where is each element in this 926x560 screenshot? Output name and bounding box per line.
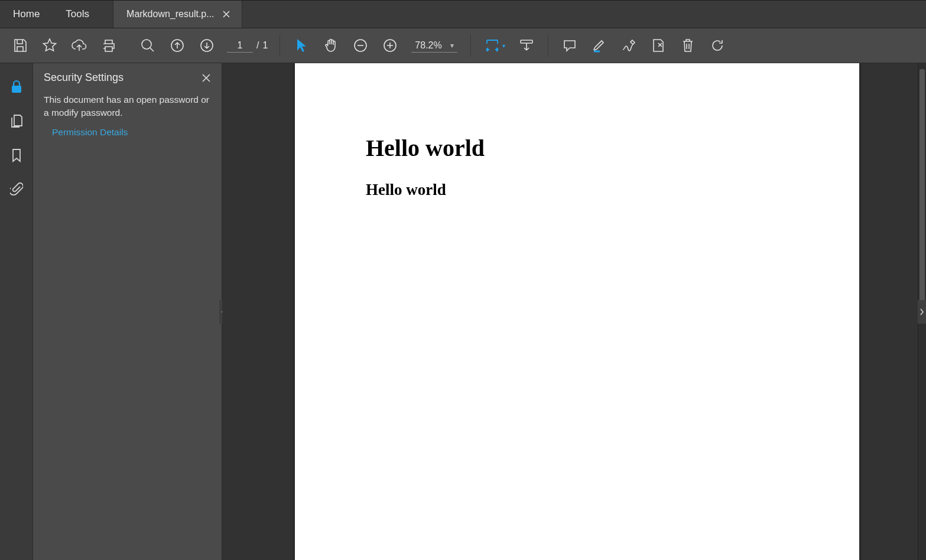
document-tab[interactable]: Markdown_result.p... [113, 1, 242, 28]
tab-home[interactable]: Home [0, 1, 53, 28]
page-up-button[interactable] [164, 32, 190, 58]
chevron-down-icon: ▾ [450, 41, 454, 50]
page-tool-icon [650, 38, 667, 53]
save-icon [12, 38, 28, 53]
selection-tool-button[interactable] [288, 32, 314, 58]
page-scroll-area[interactable]: Hello world Hello world [222, 63, 918, 560]
scrollbar-thumb[interactable] [919, 69, 925, 305]
tab-tools-label: Tools [66, 8, 89, 20]
nav-attachments[interactable] [7, 180, 26, 199]
print-button[interactable] [96, 32, 122, 58]
side-panel-title: Security Settings [44, 71, 124, 84]
find-button[interactable] [135, 32, 161, 58]
lock-icon [10, 79, 23, 95]
comment-button[interactable] [557, 32, 583, 58]
zoom-in-button[interactable] [377, 32, 403, 58]
hand-icon [323, 38, 339, 53]
page-number-control: / 1 [227, 39, 268, 53]
tab-bar: Home Tools Markdown_result.p... [0, 0, 926, 28]
chevron-down-icon: ▾ [502, 43, 505, 49]
page: Hello world Hello world [295, 63, 859, 560]
toolbar: / 1 78.2% ▾ ▾ [0, 28, 926, 63]
zoom-dropdown[interactable]: 78.2% ▾ [411, 39, 457, 53]
save-button[interactable] [7, 32, 33, 58]
security-message: This document has an open password or a … [44, 93, 211, 120]
close-icon [223, 11, 230, 18]
delete-button[interactable] [675, 32, 701, 58]
svg-point-0 [142, 40, 151, 49]
star-icon [41, 37, 58, 54]
tab-home-label: Home [13, 8, 40, 20]
toolbar-separator [280, 35, 280, 56]
zoom-out-button[interactable] [347, 32, 373, 58]
document-tab-title: Markdown_result.p... [126, 9, 215, 19]
document-viewer: Hello world Hello world [222, 63, 926, 560]
nav-security[interactable] [7, 77, 26, 96]
toolbar-separator [548, 35, 548, 56]
pan-tool-button[interactable] [318, 32, 344, 58]
read-mode-icon [518, 38, 535, 53]
cloud-upload-icon [71, 38, 87, 53]
plus-circle-icon [382, 38, 398, 53]
rotate-icon [710, 38, 725, 53]
nav-thumbnails[interactable] [7, 112, 26, 131]
expand-right-panel-button[interactable] [918, 300, 926, 324]
trash-icon [681, 38, 695, 53]
content-area: Security Settings This document has an o… [0, 63, 926, 560]
read-mode-button[interactable] [514, 32, 540, 58]
tab-tools[interactable]: Tools [53, 1, 102, 28]
bookmark-icon [11, 148, 22, 163]
doc-heading-2: Hello world [366, 181, 788, 199]
side-panel-close-button[interactable] [202, 73, 211, 83]
close-icon [202, 73, 211, 83]
fit-width-icon [483, 38, 501, 53]
star-button[interactable] [37, 32, 63, 58]
page-current-input[interactable] [227, 39, 253, 53]
svg-rect-6 [12, 86, 21, 93]
minus-circle-icon [353, 38, 368, 53]
nav-strip [0, 63, 33, 560]
svg-rect-5 [521, 40, 532, 43]
fit-width-button[interactable]: ▾ [479, 32, 510, 58]
print-icon [101, 38, 116, 53]
close-tab-button[interactable] [220, 8, 232, 20]
crop-button[interactable] [645, 32, 671, 58]
page-sep-label: / [256, 40, 259, 51]
page-down-button[interactable] [194, 32, 220, 58]
nav-bookmarks[interactable] [7, 146, 26, 165]
cursor-icon [295, 38, 308, 53]
comment-icon [562, 38, 577, 53]
pages-icon [9, 113, 24, 129]
chevron-right-icon [919, 308, 924, 315]
highlighter-icon [592, 38, 607, 53]
doc-heading-1: Hello world [366, 134, 788, 162]
arrow-up-circle-icon [170, 38, 185, 53]
permission-details-link[interactable]: Permission Details [44, 120, 128, 139]
paperclip-icon [10, 182, 23, 197]
zoom-value-label: 78.2% [415, 40, 441, 51]
toolbar-separator [470, 35, 471, 56]
sign-icon [620, 38, 637, 53]
rotate-button[interactable] [704, 32, 730, 58]
arrow-down-circle-icon [199, 38, 215, 53]
side-panel: Security Settings This document has an o… [33, 63, 222, 560]
cloud-upload-button[interactable] [66, 32, 92, 58]
draw-button[interactable] [616, 32, 642, 58]
magnifier-icon [139, 37, 156, 54]
highlight-button[interactable] [586, 32, 612, 58]
page-total-label: 1 [262, 40, 268, 51]
